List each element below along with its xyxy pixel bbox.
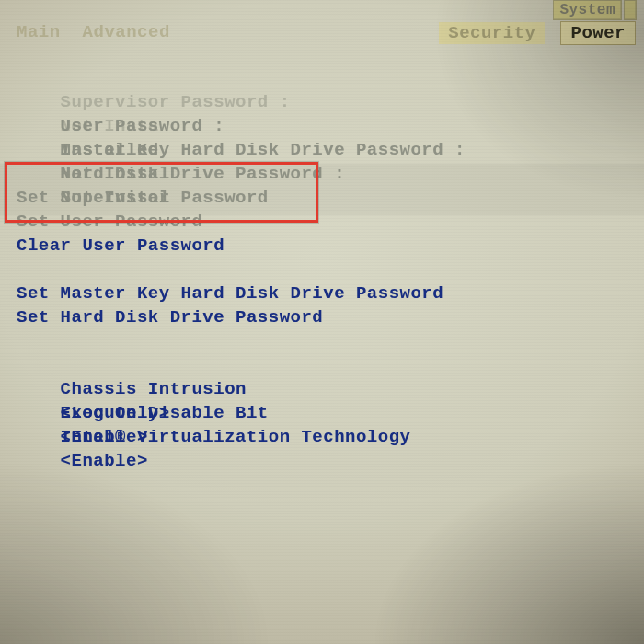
- tab-advanced[interactable]: Advanced: [83, 22, 170, 42]
- label: Execute Disable Bit: [61, 401, 493, 425]
- tab-power[interactable]: Power: [561, 22, 635, 44]
- action-clear-user-password[interactable]: Clear User Password: [17, 234, 644, 258]
- action-set-supervisor-password[interactable]: Set Supervisor Password: [17, 186, 644, 210]
- label: Intel® Virtualization Technology: [61, 425, 493, 449]
- tab-main[interactable]: Main: [17, 22, 61, 42]
- bios-menubar: Main Advanced Security Power: [0, 20, 644, 48]
- bios-security-screen: Supervisor Password : Not Insta User Pas…: [17, 66, 644, 644]
- window-top-fragment: System: [0, 0, 644, 20]
- label: Hard Disk Drive Password :: [61, 162, 493, 186]
- top-crumb-system: System: [553, 0, 622, 20]
- value[interactable]: <Enable>: [61, 449, 148, 473]
- action-set-hdd-password[interactable]: Set Hard Disk Drive Password: [17, 305, 644, 329]
- label: Supervisor Password :: [61, 90, 493, 114]
- status-supervisor-password: Supervisor Password : Not Insta: [17, 66, 644, 90]
- tab-security[interactable]: Security: [439, 22, 545, 44]
- setting-chassis-intrusion[interactable]: Chassis Intrusion <Log Only>: [17, 353, 644, 377]
- action-set-user-password[interactable]: Set User Password: [17, 210, 644, 234]
- label: User Password :: [61, 114, 493, 138]
- label: Chassis Intrusion: [61, 377, 493, 401]
- action-set-master-key-hdd-password[interactable]: Set Master Key Hard Disk Drive Password: [17, 282, 644, 305]
- label: Master Key Hard Disk Drive Password :: [61, 138, 493, 162]
- top-crumb-blank: [624, 0, 637, 20]
